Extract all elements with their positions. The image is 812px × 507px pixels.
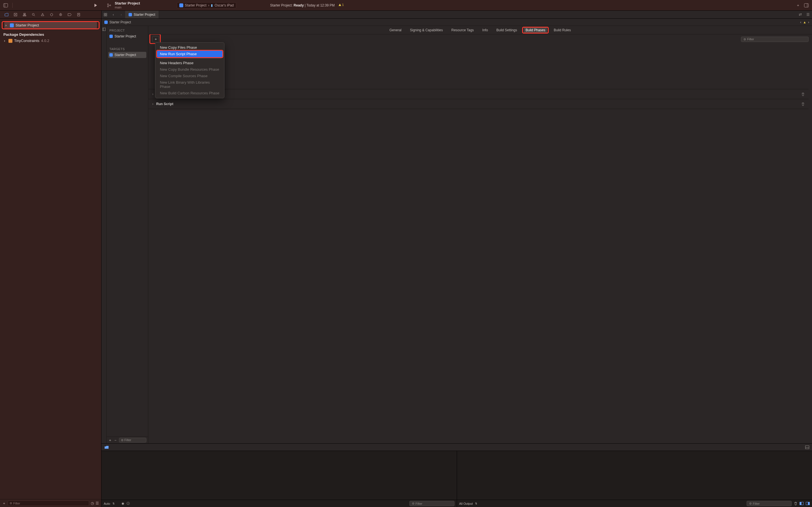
menu-new-copy-bundle: New Copy Bundle Resources Phase: [157, 66, 222, 73]
project-item[interactable]: Starter Project: [107, 33, 148, 40]
add-icon[interactable]: ＋: [2, 501, 6, 506]
disclosure-icon[interactable]: ›: [4, 39, 7, 43]
recent-icon[interactable]: ◷: [91, 501, 94, 505]
issue-navigator-icon[interactable]: [41, 13, 45, 17]
tab-signing[interactable]: Signing & Capabilities: [408, 27, 445, 33]
menu-new-copy-files[interactable]: New Copy Files Phase: [157, 44, 222, 51]
svg-rect-35: [800, 502, 802, 505]
project-name: Starter Project: [115, 1, 140, 5]
jump-bar[interactable]: Starter Project ‹ ▲ ›: [101, 18, 812, 26]
status-suffix: | Today at 12:39 PM: [304, 3, 335, 7]
svg-rect-28: [104, 15, 105, 16]
jump-prev-icon[interactable]: ‹: [800, 20, 801, 24]
console-filter[interactable]: ⊜ Filter: [747, 501, 792, 506]
editor-tab[interactable]: Starter Project: [125, 11, 159, 18]
tab-title: Starter Project: [134, 13, 155, 17]
add-editor-icon[interactable]: ＋: [795, 3, 801, 8]
review-icon[interactable]: ⇄: [796, 11, 804, 18]
editor-options-icon[interactable]: ☰: [804, 11, 812, 18]
tab-build-phases[interactable]: Build Phases: [524, 27, 547, 33]
sidebar-toggle-icon[interactable]: [3, 3, 8, 8]
library-icon[interactable]: [804, 3, 809, 8]
tree-root-label: Starter Project: [15, 23, 39, 27]
scope-icon: ⊜: [10, 501, 12, 505]
info-icon[interactable]: ⓘ: [126, 501, 130, 506]
phase-copy-bundle[interactable]: › Copy Bundle Resources (7 items): [148, 89, 809, 99]
delete-phase-icon[interactable]: [801, 93, 805, 96]
chevron-updown-icon: ⇅: [475, 502, 477, 505]
target-settings-tabs: General Signing & Capabilities Resource …: [148, 26, 812, 34]
navigator-footer: ＋ ⊜ Filter ◷ ☰: [0, 499, 101, 507]
scheme-branch-icon[interactable]: [106, 3, 112, 8]
pane-left-icon[interactable]: [800, 502, 804, 505]
editor-tab-strip: ‹ › Starter Project ⇄ ☰: [101, 11, 812, 18]
console-pane: All Output⇅ ⊜ Filter: [457, 451, 812, 507]
tab-build-rules[interactable]: Build Rules: [552, 27, 573, 33]
jump-warn-icon[interactable]: ▲: [803, 20, 806, 24]
phase-run-script[interactable]: › Run Script: [148, 99, 809, 109]
project-navigator-icon[interactable]: [4, 13, 8, 17]
targets-filter[interactable]: ⊜ Filter: [119, 438, 146, 443]
menu-new-headers[interactable]: New Headers Phase: [157, 60, 222, 66]
svg-rect-30: [103, 28, 105, 31]
run-button[interactable]: [93, 3, 98, 8]
find-navigator-icon[interactable]: [32, 13, 36, 17]
package-item[interactable]: › TinyConstraints 4.0.2: [0, 38, 101, 44]
phases-toolbar: ＋ New Copy Files Phase New Run Script Ph…: [148, 34, 809, 44]
jump-next-icon[interactable]: ›: [808, 20, 809, 24]
scheme-name: Starter Project: [185, 3, 207, 7]
tree-root-item[interactable]: › Starter Project: [4, 22, 97, 29]
debug-folder-icon[interactable]: [104, 446, 109, 449]
menu-new-compile-sources: New Compile Sources Phase: [157, 73, 222, 79]
svg-rect-26: [104, 13, 105, 14]
symbol-navigator-icon[interactable]: [22, 13, 27, 17]
package-version: 4.0.2: [41, 39, 49, 43]
pane-right-icon[interactable]: [806, 502, 810, 505]
scm-icon[interactable]: ☰: [96, 501, 99, 505]
disclosure-icon[interactable]: ›: [5, 23, 8, 27]
variables-filter-placeholder: Filter: [416, 502, 422, 505]
svg-point-2: [107, 4, 109, 5]
filter-icon: ⊜: [121, 438, 123, 442]
tab-build-settings[interactable]: Build Settings: [495, 27, 519, 33]
chevron-right-icon: ›: [208, 3, 209, 7]
source-control-navigator-icon[interactable]: [13, 13, 17, 17]
add-target-icon[interactable]: ＋: [108, 438, 112, 443]
document-outline-toggle[interactable]: [101, 26, 107, 443]
phases-filter[interactable]: ⊜ Filter: [741, 37, 809, 42]
tab-general[interactable]: General: [388, 27, 403, 33]
add-phase-button[interactable]: ＋: [152, 36, 159, 42]
test-navigator-icon[interactable]: [50, 13, 54, 17]
status-state: Ready: [294, 3, 304, 7]
related-items-icon[interactable]: [101, 11, 109, 18]
package-name: TinyConstraints: [14, 39, 40, 43]
output-scope-selector[interactable]: All Output: [459, 502, 473, 505]
svg-rect-32: [806, 446, 809, 449]
run-destination-chip[interactable]: Starter Project › ▮ Oscar's iPad: [177, 2, 236, 8]
remove-target-icon[interactable]: －: [114, 438, 117, 443]
menu-new-run-script[interactable]: New Run Script Phase: [157, 51, 222, 57]
phases-filter-placeholder: Filter: [747, 38, 754, 41]
report-navigator-icon[interactable]: [77, 13, 81, 17]
delete-phase-icon[interactable]: [801, 102, 805, 106]
disclosure-icon[interactable]: ›: [152, 102, 156, 106]
clear-console-icon[interactable]: [794, 502, 797, 505]
target-item[interactable]: Starter Project: [108, 52, 146, 58]
app-icon: [109, 53, 113, 57]
breakpoint-navigator-icon[interactable]: [68, 13, 71, 17]
tab-info[interactable]: Info: [481, 27, 490, 33]
app-icon: [104, 20, 108, 24]
quicklook-icon[interactable]: ◉: [121, 502, 124, 505]
device-icon: ▮: [211, 3, 213, 7]
debug-navigator-icon[interactable]: [59, 13, 63, 17]
packages-header: Package Dependencies: [0, 30, 101, 38]
tab-resource-tags[interactable]: Resource Tags: [450, 27, 476, 33]
warning-badge[interactable]: 1: [338, 3, 344, 6]
project-tree: › Starter Project Package Dependencies ›…: [0, 18, 101, 499]
auto-scope-selector[interactable]: Auto: [104, 502, 110, 505]
console-collapse-icon[interactable]: [805, 446, 809, 449]
navigator-filter[interactable]: ⊜ Filter: [8, 501, 89, 506]
variables-filter[interactable]: ⊜ Filter: [409, 501, 455, 506]
nav-forward-icon[interactable]: ›: [117, 11, 125, 18]
nav-back-icon[interactable]: ‹: [109, 11, 117, 18]
